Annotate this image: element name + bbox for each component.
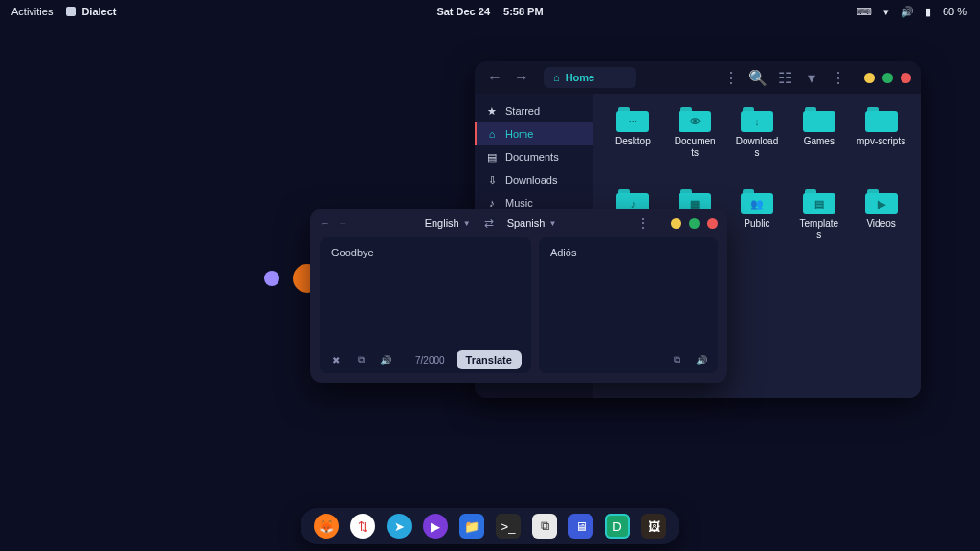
copy-button[interactable]: ⧉ bbox=[670, 353, 683, 366]
music-icon: ♪ bbox=[486, 197, 498, 209]
paste-button[interactable]: ⧉ bbox=[354, 353, 368, 366]
status-area[interactable]: ⌨ ▾ 🔊 ▮ 60 % bbox=[857, 6, 980, 18]
folder-documents[interactable]: 👁Documents bbox=[665, 107, 725, 184]
source-pane: Goodbye ✖ ⧉ 🔊 7/2000 Translate bbox=[320, 237, 531, 373]
source-language-selector[interactable]: English ▼ bbox=[425, 217, 471, 229]
listen-source-button[interactable]: 🔊 bbox=[379, 353, 392, 366]
folder-templates[interactable]: ▤Templates bbox=[789, 189, 849, 266]
folder-label: Public bbox=[744, 218, 769, 230]
wallpaper-shape bbox=[264, 271, 279, 286]
keyboard-icon: ⌨ bbox=[857, 6, 872, 18]
dialect-window: ← → English ▼ ⇄ Spanish ▼ ⋮ Goodbye ✖ ⧉ … bbox=[310, 209, 727, 383]
files-header: ← → ⌂ Home ⋮ 🔍 ☷ ▾ ⋮ bbox=[475, 61, 921, 94]
history-forward-button[interactable]: → bbox=[338, 217, 348, 229]
hamburger-menu-button[interactable]: ⋮ bbox=[828, 67, 849, 88]
folder-mpv-scripts[interactable]: mpv-scripts bbox=[851, 107, 911, 184]
folder-downloads[interactable]: ↓Downloads bbox=[727, 107, 788, 184]
dock-transmission-icon[interactable]: ⇅ bbox=[350, 514, 375, 539]
sidebar-item-starred[interactable]: ★Starred bbox=[475, 99, 593, 122]
view-toggle-button[interactable]: ☷ bbox=[774, 67, 795, 88]
folder-label: mpv-scripts bbox=[857, 136, 905, 147]
translate-button[interactable]: Translate bbox=[457, 350, 522, 369]
clear-button[interactable]: ✖ bbox=[329, 353, 343, 366]
battery-percent: 60 % bbox=[943, 6, 967, 17]
source-text-input[interactable]: Goodbye bbox=[320, 237, 531, 346]
folder-label: Documents bbox=[675, 136, 716, 158]
dock-display-icon[interactable]: 🖥 bbox=[568, 514, 593, 539]
dock-image-viewer-icon[interactable]: 🖼 bbox=[641, 514, 666, 539]
sidebar-item-downloads[interactable]: ⇩Downloads bbox=[475, 168, 593, 191]
target-text-output: Adiós bbox=[539, 237, 718, 346]
minimize-button[interactable] bbox=[671, 218, 681, 229]
clock[interactable]: Sat Dec 24 5:58 PM bbox=[436, 6, 543, 17]
char-counter: 7/2000 bbox=[415, 355, 445, 365]
top-bar: Activities Dialect Sat Dec 24 5:58 PM ⌨ … bbox=[0, 0, 980, 23]
folder-icon: ↓ bbox=[741, 107, 773, 132]
nav-forward-button[interactable]: → bbox=[511, 67, 532, 88]
folder-icon: 👥 bbox=[741, 189, 773, 214]
close-button[interactable] bbox=[707, 218, 718, 229]
nav-back-button[interactable]: ← bbox=[484, 67, 505, 88]
chevron-down-icon: ▼ bbox=[463, 219, 471, 228]
chevron-down-icon: ▼ bbox=[548, 219, 556, 228]
dock-telegram-icon[interactable]: ➤ bbox=[387, 514, 412, 539]
sidebar-item-label: Music bbox=[505, 197, 533, 209]
folder-videos[interactable]: ▶Videos bbox=[851, 189, 911, 266]
path-menu-button[interactable]: ⋮ bbox=[721, 67, 742, 88]
volume-icon: 🔊 bbox=[901, 6, 914, 18]
path-label: Home bbox=[566, 72, 595, 83]
battery-icon: ▮ bbox=[925, 6, 931, 18]
folder-icon bbox=[865, 107, 898, 132]
swap-languages-button[interactable]: ⇄ bbox=[479, 216, 500, 230]
folder-label: Templates bbox=[800, 218, 839, 240]
folder-icon: ▤ bbox=[803, 189, 835, 214]
sidebar-item-label: Documents bbox=[505, 151, 559, 163]
source-language-label: English bbox=[425, 217, 459, 229]
activities-button[interactable]: Activities bbox=[11, 6, 53, 17]
app-icon bbox=[66, 7, 76, 16]
documents-icon: ▤ bbox=[486, 151, 498, 164]
folder-desktop[interactable]: ···Desktop bbox=[603, 107, 663, 184]
view-options-button[interactable]: ▾ bbox=[801, 67, 822, 88]
folder-label: Desktop bbox=[615, 136, 651, 147]
target-language-label: Spanish bbox=[507, 217, 546, 229]
home-icon: ⌂ bbox=[553, 72, 560, 83]
dialect-header: ← → English ▼ ⇄ Spanish ▼ ⋮ bbox=[310, 209, 727, 237]
sidebar-item-label: Downloads bbox=[505, 174, 557, 186]
dock: 🦊⇅➤▶📁>_⧉🖥D🖼 bbox=[301, 508, 679, 544]
window-controls bbox=[864, 73, 911, 83]
window-controls bbox=[671, 218, 718, 229]
dock-files-icon[interactable]: 📁 bbox=[459, 514, 484, 539]
path-bar[interactable]: ⌂ Home bbox=[544, 67, 636, 88]
dock-firefox-icon[interactable]: 🦊 bbox=[314, 514, 339, 539]
active-app-indicator[interactable]: Dialect bbox=[66, 6, 116, 17]
maximize-button[interactable] bbox=[882, 73, 893, 83]
app-menu-button[interactable]: ⋮ bbox=[633, 215, 654, 231]
minimize-button[interactable] bbox=[864, 73, 875, 83]
starred-icon: ★ bbox=[486, 105, 498, 118]
target-language-selector[interactable]: Spanish ▼ bbox=[507, 217, 557, 229]
folder-icon: 👁 bbox=[679, 107, 711, 132]
folder-public[interactable]: 👥Public bbox=[727, 189, 788, 266]
time-label: 5:58 PM bbox=[503, 6, 544, 17]
target-pane: Adiós ⧉ 🔊 bbox=[539, 237, 718, 373]
history-back-button[interactable]: ← bbox=[320, 217, 330, 229]
sidebar-item-documents[interactable]: ▤Documents bbox=[475, 145, 593, 168]
sidebar-item-home[interactable]: ⌂Home bbox=[475, 122, 593, 145]
dock-dialect-icon[interactable]: D bbox=[605, 514, 630, 539]
downloads-icon: ⇩ bbox=[486, 174, 498, 187]
dock-screenshot-icon[interactable]: ⧉ bbox=[532, 514, 557, 539]
listen-target-button[interactable]: 🔊 bbox=[695, 353, 708, 366]
folder-label: Games bbox=[804, 136, 835, 147]
active-app-name: Dialect bbox=[81, 6, 116, 17]
sidebar-item-label: Home bbox=[505, 128, 533, 140]
maximize-button[interactable] bbox=[689, 218, 700, 229]
folder-label: Videos bbox=[866, 218, 895, 230]
close-button[interactable] bbox=[901, 73, 911, 83]
dock-terminal-icon[interactable]: >_ bbox=[496, 514, 521, 539]
folder-icon: ··· bbox=[616, 107, 649, 132]
dock-media-icon[interactable]: ▶ bbox=[423, 514, 448, 539]
date-label: Sat Dec 24 bbox=[436, 6, 490, 17]
folder-games[interactable]: Games bbox=[789, 107, 849, 184]
search-button[interactable]: 🔍 bbox=[747, 67, 768, 88]
